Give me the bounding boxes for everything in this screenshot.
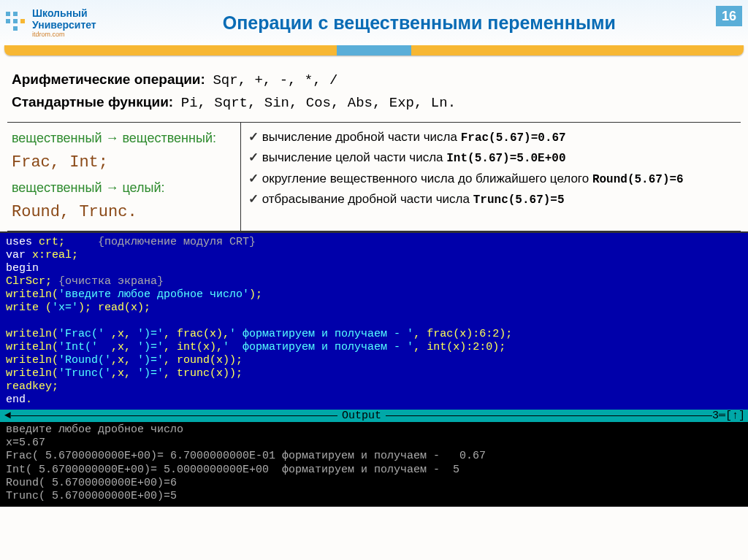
output-pane-info: 3═[↑] xyxy=(712,410,745,422)
slide-title: Операции с вещественными переменными xyxy=(96,12,742,34)
logo-icon xyxy=(6,12,28,34)
stdfunc-list: Pi, Sqrt, Sin, Cos, Abs, Exp, Ln. xyxy=(181,95,456,111)
logo: Школьный Университет itdrom.com xyxy=(6,7,96,38)
header-decoration-bar xyxy=(4,45,744,55)
arith-label: Арифметические операции: xyxy=(12,72,205,87)
real-to-real-label: вещественный → вещественный: xyxy=(12,127,233,150)
round-trunc-funcs: Round, Trunc. xyxy=(12,199,233,226)
console-output: введите любое дробное число x=5.67 Frac(… xyxy=(0,422,748,507)
logo-line1: Школьный xyxy=(32,7,96,19)
page-number: 16 xyxy=(716,6,742,26)
logo-subtitle: itdrom.com xyxy=(32,31,96,38)
output-pane-bar: ◄ Output 3═[↑] xyxy=(0,410,748,422)
real-to-int-label: вещественный → целый: xyxy=(12,177,233,199)
functions-description-column: вычисление дробной части числа Frac(5.67… xyxy=(241,123,741,231)
logo-line2: Университет xyxy=(32,19,96,31)
scroll-left-arrow: ◄ xyxy=(4,410,11,422)
slide-header: Школьный Университет itdrom.com Операции… xyxy=(0,0,748,45)
arith-ops: Sqr, +, -, *, / xyxy=(213,72,337,88)
functions-types-column: вещественный → вещественный: Frac, Int; … xyxy=(7,123,241,231)
stdfunc-label: Стандартные функции: xyxy=(12,94,173,110)
round-description: округление вещественного числа до ближай… xyxy=(248,169,733,189)
trunc-description: отбрасывание дробной части числа Trunc(5… xyxy=(248,189,733,210)
frac-int-funcs: Frac, Int; xyxy=(12,149,233,176)
pascal-editor: uses crt; {подключение модуля CRT} var x… xyxy=(0,231,748,410)
functions-area: вещественный → вещественный: Frac, Int; … xyxy=(7,122,741,231)
int-description: вычисление целой части числа Int(5.67)=5… xyxy=(248,147,733,168)
output-label: Output xyxy=(337,410,386,422)
frac-description: вычисление дробной части числа Frac(5.67… xyxy=(248,127,733,147)
operations-text: Арифметические операции: Sqr, +, -, *, /… xyxy=(0,55,748,122)
